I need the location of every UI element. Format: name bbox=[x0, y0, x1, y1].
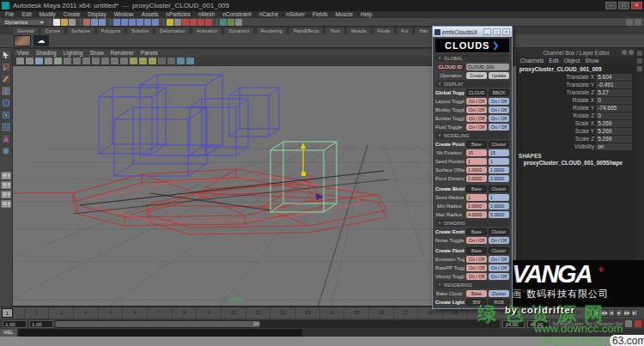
menu-set-dropdown[interactable]: Dynamics▾ bbox=[3, 19, 46, 26]
cluster-value-field[interactable]: 5.0000 bbox=[489, 211, 509, 218]
scale-tool-icon[interactable] bbox=[1, 110, 11, 120]
menu-item[interactable]: Display bbox=[88, 11, 106, 18]
four-pane-layout-icon[interactable] bbox=[1, 181, 11, 189]
create-blobby-base-button[interactable]: Base bbox=[466, 185, 487, 192]
viewport-menu-item[interactable]: Lighting bbox=[64, 50, 83, 56]
channel-value-field[interactable]: on bbox=[596, 143, 632, 150]
range-slider-handle[interactable]: 24 bbox=[56, 321, 260, 327]
menu-item[interactable]: nParticles bbox=[166, 11, 191, 18]
animation-preferences-icon[interactable] bbox=[635, 320, 641, 327]
menu-item[interactable]: Assets bbox=[142, 11, 159, 18]
shelf-tab[interactable]: Muscle bbox=[346, 27, 371, 34]
base-toggle-button[interactable]: On / Off bbox=[466, 256, 487, 263]
shelf-tab[interactable]: Hair bbox=[414, 27, 433, 34]
soft-modification-tool-icon[interactable] bbox=[1, 134, 11, 144]
frame-tick[interactable]: 6 bbox=[123, 307, 148, 319]
section-global[interactable]: GLOBAL bbox=[435, 54, 509, 62]
rotate-tool-icon[interactable] bbox=[1, 98, 11, 108]
viewport-menu-item[interactable]: Show bbox=[89, 50, 103, 56]
create-emitter-base-button[interactable]: Base bbox=[466, 228, 487, 235]
base-value-field[interactable]: 1 bbox=[466, 194, 487, 201]
animation-start-field[interactable]: 1.00 bbox=[3, 320, 27, 328]
channel-value-field[interactable]: -0.491 bbox=[596, 82, 632, 88]
base-toggle-button[interactable]: On / Off bbox=[466, 124, 487, 131]
menu-item[interactable]: Modify bbox=[39, 11, 56, 18]
section-rendering[interactable]: RENDERING bbox=[435, 281, 509, 288]
cluster-value-field[interactable]: 1.0000 bbox=[489, 167, 509, 173]
go-to-end-icon[interactable]: ▶| bbox=[631, 309, 638, 317]
base-value-field[interactable]: 15 bbox=[466, 149, 487, 156]
create-fluid-cluster-button[interactable]: Cluster bbox=[489, 247, 509, 254]
create-blobby-cluster-button[interactable]: Cluster bbox=[489, 185, 509, 192]
update-button[interactable]: Update bbox=[489, 72, 509, 79]
command-mode-toggle[interactable]: MEL bbox=[0, 329, 17, 337]
menu-item[interactable]: nSolver bbox=[286, 11, 305, 18]
menu-item[interactable]: Edit bbox=[21, 11, 31, 18]
viewport-menu-item[interactable]: Shading bbox=[36, 50, 57, 56]
open-scene-icon[interactable] bbox=[61, 19, 68, 26]
cloud-id-field[interactable]: CLOUD_001 bbox=[466, 64, 509, 70]
base-toggle-button[interactable]: On / Off bbox=[466, 115, 487, 122]
shelf-tab[interactable]: General bbox=[12, 27, 39, 34]
menu-item[interactable]: File bbox=[5, 11, 14, 18]
cluster-value-field[interactable]: 2.0000 bbox=[489, 175, 509, 182]
shelf-tab[interactable]: Fluids bbox=[373, 27, 396, 34]
bake-cloud-base-button[interactable]: Base bbox=[466, 290, 487, 297]
panel-close-icon[interactable]: ✕ bbox=[502, 28, 510, 35]
single-pane-layout-icon[interactable] bbox=[1, 172, 11, 179]
last-tool-icon[interactable] bbox=[1, 146, 11, 156]
shelf-tab[interactable]: Fur bbox=[396, 27, 413, 34]
channel-value-field[interactable]: 5.604 bbox=[596, 74, 632, 81]
base-value-field[interactable]: 4.0000 bbox=[466, 211, 487, 218]
channel-box-layers-icon[interactable] bbox=[629, 50, 634, 55]
selected-object-name[interactable]: proxyCluster_CLOUD_001_005 bbox=[517, 64, 635, 73]
frame-tick[interactable]: 8 bbox=[173, 307, 197, 319]
frame-tick[interactable]: 5 bbox=[99, 307, 124, 319]
paint-select-tool-icon[interactable] bbox=[1, 74, 11, 84]
cluster-toggle-button[interactable]: On / Off bbox=[489, 106, 509, 113]
frame-tick[interactable]: 12 bbox=[270, 307, 295, 319]
channel-box-pin-icon[interactable] bbox=[622, 50, 627, 55]
grid-icon[interactable] bbox=[64, 58, 71, 64]
channel-value-field[interactable]: 0 bbox=[596, 112, 632, 119]
attribute-editor-toggle-icon[interactable] bbox=[637, 51, 642, 56]
channel-value-field[interactable]: 5.269 bbox=[596, 128, 632, 135]
emfx-shelf-icon[interactable] bbox=[14, 35, 31, 46]
frame-tick[interactable]: 10 bbox=[222, 307, 246, 319]
cluster-value-field[interactable]: 15 bbox=[489, 149, 509, 156]
menu-item[interactable]: nConstraint bbox=[222, 11, 251, 18]
film-gate-icon[interactable] bbox=[73, 58, 81, 64]
persp-outliner-layout-icon[interactable] bbox=[1, 191, 11, 198]
base-value-field[interactable]: 1 bbox=[466, 158, 487, 165]
show-manipulator-icon[interactable] bbox=[626, 19, 633, 26]
channel-value-field[interactable]: 0 bbox=[596, 97, 632, 104]
cluster-toggle-button[interactable]: On / Off bbox=[489, 237, 509, 244]
select-component-icon[interactable] bbox=[99, 19, 106, 26]
cloud-shelf-icon[interactable]: ☁ bbox=[33, 35, 49, 46]
create-button[interactable]: Create bbox=[466, 72, 487, 79]
cluster-value-field[interactable]: 2.0000 bbox=[489, 203, 509, 209]
hypershade-layout-icon[interactable] bbox=[1, 200, 11, 208]
channel-box-menu-item[interactable]: Show bbox=[585, 58, 598, 64]
menu-item[interactable]: Fields bbox=[313, 11, 327, 18]
base-toggle-button[interactable]: On / Off bbox=[466, 237, 487, 244]
viewport-menu-item[interactable]: Renderer bbox=[111, 50, 134, 56]
range-slider[interactable]: 24 bbox=[56, 320, 500, 328]
frame-tick[interactable]: 7 bbox=[148, 307, 173, 319]
cluster-toggle-button[interactable]: On / Off bbox=[489, 115, 509, 122]
playback-start-field[interactable]: 1.00 bbox=[29, 320, 53, 328]
base-value-field[interactable]: 2.0000 bbox=[466, 203, 487, 209]
lights-display-icon[interactable] bbox=[158, 58, 166, 64]
base-toggle-button[interactable]: On / Off bbox=[466, 98, 487, 105]
snap-curve-icon[interactable] bbox=[121, 19, 128, 26]
shelf-tab[interactable]: Curves bbox=[40, 27, 65, 34]
step-forward-frame-icon[interactable]: ▶▶ bbox=[623, 309, 630, 317]
render-current-frame-icon[interactable] bbox=[220, 19, 227, 26]
current-frame-indicator[interactable]: 1 bbox=[2, 308, 13, 318]
move-tool-icon[interactable] bbox=[1, 86, 11, 96]
base-toggle-button[interactable]: On / Off bbox=[466, 106, 487, 113]
channel-box-toggle-icon[interactable] bbox=[637, 66, 642, 71]
select-camera-icon[interactable] bbox=[16, 58, 24, 64]
cluster-toggle-button[interactable]: On / Off bbox=[489, 124, 509, 131]
isolate-select-icon[interactable] bbox=[186, 58, 194, 64]
